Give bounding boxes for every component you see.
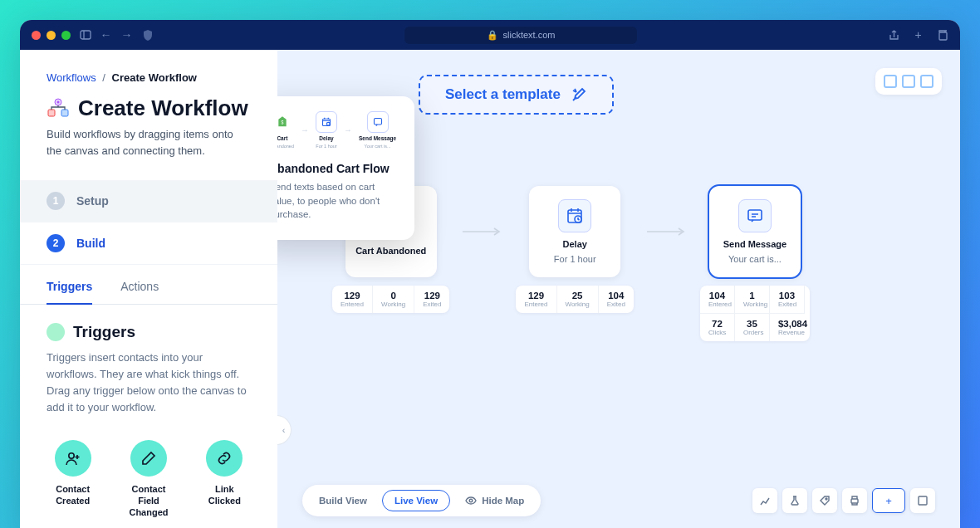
url-text: slicktext.com [503, 30, 556, 40]
breadcrumb-current: Create Workflow [112, 71, 197, 84]
breadcrumb-root[interactable]: Workflows [47, 71, 96, 84]
sidebar-toggle-icon[interactable] [79, 29, 91, 42]
node-stats: 129Entered 25Working 104Exited [516, 286, 633, 313]
svg-point-16 [469, 499, 473, 502]
layout-option-icon[interactable] [920, 75, 933, 88]
back-icon[interactable]: ← [100, 29, 112, 42]
node-send-message[interactable]: Send Message Your cart is... 104Entered … [700, 186, 810, 341]
workflow-icon [47, 97, 70, 120]
svg-rect-19 [919, 496, 927, 505]
svg-point-7 [68, 452, 73, 457]
node-delay[interactable]: Delay For 1 hour 129Entered 25Working 10… [516, 186, 633, 313]
layout-switcher[interactable] [875, 68, 942, 95]
browser-window: ← → 🔒slicktext.com + Workflows / Create … [20, 20, 960, 528]
trigger-contact-created[interactable]: Contact Created [47, 440, 99, 519]
step-setup[interactable]: 1Setup [20, 180, 277, 222]
collapse-sidebar-button[interactable]: ‹ [277, 415, 292, 445]
sidebar: Workflows / Create Workflow Create Workf… [20, 50, 277, 528]
share-icon[interactable] [888, 29, 900, 42]
tab-actions[interactable]: Actions [120, 270, 159, 304]
svg-rect-4 [61, 110, 68, 116]
tag-icon[interactable] [812, 488, 837, 513]
tabs-icon[interactable] [936, 29, 948, 42]
arrow-icon [647, 186, 687, 277]
hide-map-button[interactable]: Hide Map [453, 490, 536, 511]
svg-rect-0 [81, 31, 91, 39]
forward-icon[interactable]: → [120, 29, 133, 42]
svg-rect-2 [939, 32, 947, 40]
tab-triggers[interactable]: Triggers [47, 270, 92, 305]
fullscreen-icon[interactable] [910, 488, 935, 513]
edit-icon [130, 440, 167, 477]
view-switcher: Build View Live View Hide Map [302, 485, 541, 516]
browser-chrome: ← → 🔒slicktext.com + [20, 20, 960, 50]
trigger-link-clicked[interactable]: Link Clicked [198, 440, 251, 519]
select-template-button[interactable]: Select a template [419, 75, 614, 115]
breadcrumb: Workflows / Create Workflow [47, 71, 251, 84]
svg-rect-10 [374, 119, 381, 125]
layout-option-icon[interactable] [902, 75, 915, 88]
svg-point-9 [326, 122, 330, 125]
build-view-button[interactable]: Build View [307, 491, 379, 511]
layout-option-icon[interactable] [884, 75, 897, 88]
node-stats: 104Entered 1Working 103Exited 72Clicks 3… [700, 286, 810, 341]
live-view-button[interactable]: Live View [382, 490, 450, 511]
canvas[interactable]: ‹ Select a template CartAbandoned → Dela… [277, 50, 960, 528]
lock-icon: 🔒 [487, 30, 498, 41]
popup-title: Abandoned Cart Flow [277, 162, 398, 175]
add-button[interactable]: + [872, 488, 905, 513]
page-subtitle: Build workflows by dragging items onto t… [47, 126, 251, 159]
contact-created-icon [55, 440, 91, 477]
minimize-window-icon[interactable] [47, 31, 56, 40]
step-build[interactable]: 2Build [20, 222, 277, 265]
svg-rect-15 [748, 210, 762, 220]
arrow-icon [463, 186, 502, 277]
panel-title: Triggers [73, 323, 135, 341]
template-tooltip: CartAbandoned → DelayFor 1 hour → Send M… [277, 96, 414, 240]
page-title: Create Workflow [78, 95, 248, 121]
trigger-contact-field-changed[interactable]: Contact Field Changed [122, 440, 174, 519]
template-icon [571, 86, 587, 103]
eye-icon [465, 495, 477, 506]
chart-icon[interactable] [752, 488, 777, 513]
triggers-badge-icon [47, 323, 65, 341]
svg-point-6 [57, 100, 60, 103]
link-icon [206, 440, 243, 477]
address-bar[interactable]: 🔒slicktext.com [404, 27, 637, 44]
flask-icon[interactable] [782, 488, 807, 513]
print-icon[interactable] [842, 488, 867, 513]
close-window-icon[interactable] [32, 31, 41, 40]
popup-desc: Send texts based on cart value, to peopl… [277, 180, 398, 222]
svg-rect-3 [48, 110, 55, 116]
node-stats: 129Entered 0Working 129Exited [332, 286, 449, 313]
shield-icon[interactable] [141, 29, 154, 42]
new-tab-icon[interactable]: + [912, 29, 924, 42]
panel-desc: Triggers insert contacts into your workf… [47, 350, 251, 417]
traffic-lights [32, 31, 71, 40]
calendar-clock-icon [558, 199, 591, 232]
svg-rect-18 [851, 499, 858, 503]
message-icon [738, 199, 772, 232]
svg-point-17 [826, 498, 827, 500]
maximize-window-icon[interactable] [61, 31, 71, 40]
